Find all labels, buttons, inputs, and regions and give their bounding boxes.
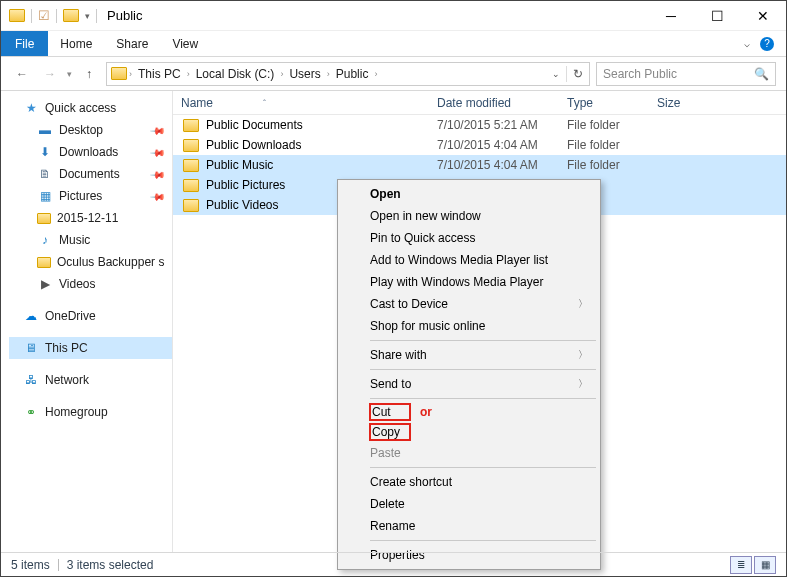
column-date[interactable]: Date modified [429,96,559,110]
sidebar-label: Network [45,373,89,387]
sidebar-homegroup[interactable]: ⚭Homegroup [9,401,172,423]
chevron-right-icon[interactable]: › [129,69,132,79]
file-row[interactable]: Public Documents7/10/2015 5:21 AMFile fo… [173,115,786,135]
maximize-button[interactable]: ☐ [694,1,740,31]
or-annotation: or [420,405,432,419]
context-create-shortcut[interactable]: Create shortcut [340,471,598,493]
context-send-to[interactable]: Send to〉 [340,373,598,395]
address-dropdown-icon[interactable]: ⌄ [552,69,560,79]
separator [370,540,596,541]
chevron-right-icon[interactable]: › [374,69,377,79]
breadcrumb-item[interactable]: Local Disk (C:) [192,66,279,82]
file-name: Public Documents [206,118,303,132]
sidebar-item-music[interactable]: ♪Music [9,229,172,251]
address-box[interactable]: › This PC › Local Disk (C:) › Users › Pu… [106,62,590,86]
separator [370,467,596,468]
search-input[interactable]: Search Public 🔍 [596,62,776,86]
column-headers: Nameˆ Date modified Type Size [173,91,786,115]
chevron-right-icon[interactable]: › [280,69,283,79]
sidebar-item-pictures[interactable]: ▦Pictures📌 [9,185,172,207]
ribbon: File Home Share View ⌵ ? [1,31,786,57]
context-open[interactable]: Open [340,183,598,205]
breadcrumb-item[interactable]: This PC [134,66,185,82]
sidebar-label: Desktop [59,123,103,137]
sidebar-item-desktop[interactable]: ▬Desktop📌 [9,119,172,141]
chevron-right-icon[interactable]: › [187,69,190,79]
sidebar-label: Music [59,233,90,247]
chevron-right-icon[interactable]: › [327,69,330,79]
breadcrumb-item[interactable]: Public [332,66,373,82]
sidebar-item-downloads[interactable]: ⬇Downloads📌 [9,141,172,163]
sort-asc-icon: ˆ [263,98,266,108]
context-cut[interactable]: Cutor [340,402,598,422]
close-button[interactable]: ✕ [740,1,786,31]
pin-icon: 📌 [150,122,166,138]
context-open-new-window[interactable]: Open in new window [340,205,598,227]
tab-share[interactable]: Share [104,31,160,56]
back-button[interactable]: ← [11,63,33,85]
context-paste[interactable]: Paste [340,442,598,464]
separator [58,559,59,571]
expand-ribbon-icon[interactable]: ⌵ [744,38,750,49]
folder-icon [37,213,51,224]
document-icon: 🗎 [37,166,53,182]
tab-view[interactable]: View [160,31,210,56]
file-name: Public Downloads [206,138,301,152]
sidebar-label: Videos [59,277,95,291]
context-delete[interactable]: Delete [340,493,598,515]
sidebar-item-folder[interactable]: 2015-12-11 [9,207,172,229]
column-type[interactable]: Type [559,96,649,110]
context-share-with[interactable]: Share with〉 [340,344,598,366]
file-row[interactable]: Public Music7/10/2015 4:04 AMFile folder [173,155,786,175]
view-details-button[interactable]: ≣ [730,556,752,574]
context-copy[interactable]: Copy [340,422,598,442]
context-add-wmp-list[interactable]: Add to Windows Media Player list [340,249,598,271]
onedrive-icon: ☁ [23,308,39,324]
up-button[interactable]: ↑ [78,63,100,85]
file-date: 7/10/2015 4:04 AM [429,158,559,172]
folder-icon [183,179,199,192]
sidebar-label: OneDrive [45,309,96,323]
sidebar-network[interactable]: 🖧Network [9,369,172,391]
file-date: 7/10/2015 5:21 AM [429,118,559,132]
separator [370,369,596,370]
sidebar-onedrive[interactable]: ☁OneDrive [9,305,172,327]
sidebar-quick-access[interactable]: ★ Quick access [9,97,172,119]
file-name: Public Music [206,158,273,172]
sidebar-item-folder[interactable]: Oculus Backupper s [9,251,172,273]
context-pin-quick-access[interactable]: Pin to Quick access [340,227,598,249]
minimize-button[interactable]: ─ [648,1,694,31]
folder-icon [63,9,79,22]
breadcrumb-item[interactable]: Users [285,66,324,82]
refresh-icon[interactable]: ↻ [573,67,583,81]
titlebar: ☑ ▾ Public ─ ☐ ✕ [1,1,786,31]
tab-home[interactable]: Home [48,31,104,56]
view-icons-button[interactable]: ▦ [754,556,776,574]
file-name: Public Pictures [206,178,285,192]
pin-icon: 📌 [150,166,166,182]
sidebar-label: Homegroup [45,405,108,419]
column-name[interactable]: Nameˆ [173,96,429,110]
separator [370,398,596,399]
file-row[interactable]: Public Downloads7/10/2015 4:04 AMFile fo… [173,135,786,155]
context-shop-music[interactable]: Shop for music online [340,315,598,337]
column-size[interactable]: Size [649,96,786,110]
context-menu: Open Open in new window Pin to Quick acc… [337,179,601,570]
qat-properties-icon[interactable]: ☑ [38,8,50,23]
history-dropdown-icon[interactable]: ▾ [67,69,72,79]
context-play-wmp[interactable]: Play with Windows Media Player [340,271,598,293]
file-date: 7/10/2015 4:04 AM [429,138,559,152]
qat-dropdown-icon[interactable]: ▾ [85,11,90,21]
sidebar-item-videos[interactable]: ▶Videos [9,273,172,295]
sidebar-this-pc[interactable]: 🖥This PC [9,337,172,359]
context-cast-to-device[interactable]: Cast to Device〉 [340,293,598,315]
context-rename[interactable]: Rename [340,515,598,537]
folder-icon [183,119,199,132]
file-type: File folder [559,158,649,172]
tab-file[interactable]: File [1,31,48,56]
sidebar-label: 2015-12-11 [57,211,118,225]
status-selected-count: 3 items selected [67,558,154,572]
sidebar-item-documents[interactable]: 🗎Documents📌 [9,163,172,185]
help-icon[interactable]: ? [760,37,774,51]
forward-button[interactable]: → [39,63,61,85]
